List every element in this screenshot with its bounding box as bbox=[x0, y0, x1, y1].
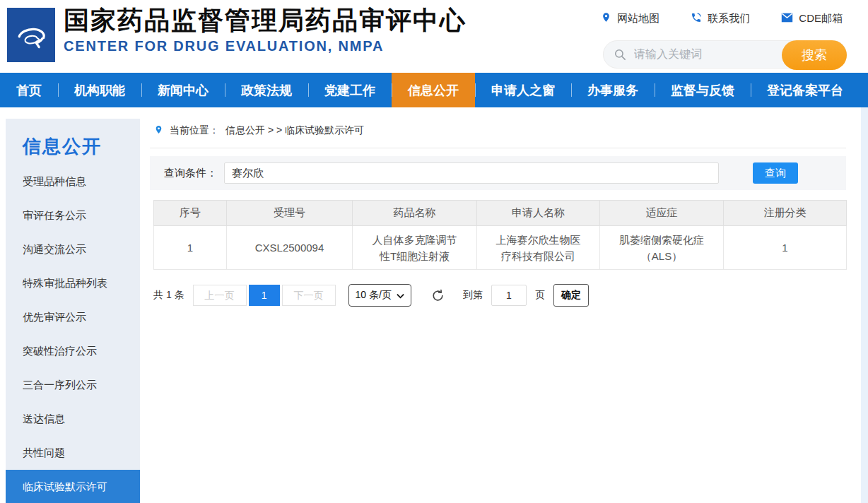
current-page-button[interactable]: 1 bbox=[249, 285, 280, 306]
page-size-label: 10 条/页 bbox=[356, 289, 392, 302]
confirm-button[interactable]: 确定 bbox=[553, 284, 589, 307]
sidebar-item-communication[interactable]: 沟通交流公示 bbox=[6, 232, 140, 266]
cell-indication: 肌萎缩侧索硬化症（ALS） bbox=[600, 226, 724, 270]
sitemap-link-label: 网站地图 bbox=[617, 12, 659, 25]
results-table: 序号 受理号 药品名称 申请人名称 适应症 注册分类 1 CXSL2500094… bbox=[153, 200, 847, 270]
sidebar-item-review-tasks[interactable]: 审评任务公示 bbox=[6, 199, 140, 232]
col-header-acceptance-no: 受理号 bbox=[227, 201, 353, 226]
results-header-row: 序号 受理号 药品名称 申请人名称 适应症 注册分类 bbox=[154, 201, 847, 226]
main-nav: 首页 机构职能 新闻中心 政策法规 党建工作 信息公开 申请人之窗 办事服务 监… bbox=[0, 73, 868, 107]
sidebar-item-clinical-trial-implied-license[interactable]: 临床试验默示许可 bbox=[6, 470, 140, 503]
breadcrumb-trail: 信息公开 > > 临床试验默示许可 bbox=[225, 124, 364, 137]
main-content: 当前位置： 信息公开 > > 临床试验默示许可 查询条件： 查询 序号 受理号 … bbox=[150, 119, 846, 307]
search-icon bbox=[614, 48, 627, 61]
nav-item-news[interactable]: 新闻中心 bbox=[141, 73, 225, 107]
pagination: 共 1 条 上一页 1 下一页 10 条/页 到第 页 确定 bbox=[153, 284, 846, 307]
location-pin-icon bbox=[154, 124, 163, 138]
sidebar-item-accepted-varieties[interactable]: 受理品种信息 bbox=[6, 165, 140, 199]
header-search: 搜索 bbox=[603, 40, 847, 69]
goto-page-input[interactable] bbox=[491, 285, 527, 306]
sitemap-link[interactable]: 网站地图 bbox=[601, 11, 659, 25]
sidebar-item-priority-review[interactable]: 优先审评公示 bbox=[6, 300, 140, 334]
refresh-icon[interactable] bbox=[431, 289, 445, 302]
cell-acceptance-no: CXSL2500094 bbox=[227, 226, 353, 270]
prev-page-button[interactable]: 上一页 bbox=[193, 285, 247, 306]
site-titles: 国家药品监督管理局药品审评中心 CENTER FOR DRUG EVALUATI… bbox=[64, 4, 467, 54]
header-quick-links: 网站地图 联系我们 CDE邮箱 bbox=[601, 11, 843, 25]
next-page-button[interactable]: 下一页 bbox=[282, 285, 336, 306]
nav-item-applicant-window[interactable]: 申请人之窗 bbox=[475, 73, 571, 107]
cell-index: 1 bbox=[154, 226, 227, 270]
page-size-select[interactable]: 10 条/页 bbox=[348, 284, 411, 307]
header-search-button[interactable]: 搜索 bbox=[782, 40, 847, 70]
site-title: 国家药品监督管理局药品审评中心 bbox=[64, 4, 467, 37]
cde-mail-link[interactable]: CDE邮箱 bbox=[781, 12, 843, 25]
table-row: 1 CXSL2500094 人自体多克隆调节性T细胞注射液 上海赛尔欣生物医疗科… bbox=[154, 226, 847, 270]
sidebar-item-breakthrough-therapy[interactable]: 突破性治疗公示 bbox=[6, 334, 140, 368]
col-header-registration-category: 注册分类 bbox=[724, 201, 847, 226]
nav-item-functions[interactable]: 机构职能 bbox=[58, 73, 141, 107]
chevron-down-icon bbox=[397, 290, 404, 301]
cde-logo-swirl-icon bbox=[11, 14, 51, 57]
cde-logo bbox=[7, 8, 55, 62]
sidebar-item-special-approval[interactable]: 特殊审批品种列表 bbox=[6, 266, 140, 300]
cell-drug-name: 人自体多克隆调节性T细胞注射液 bbox=[353, 226, 477, 270]
nav-item-home[interactable]: 首页 bbox=[0, 73, 58, 107]
col-header-drug-name: 药品名称 bbox=[353, 201, 477, 226]
mail-icon bbox=[781, 13, 793, 25]
query-input[interactable] bbox=[224, 162, 719, 184]
site-subtitle: CENTER FOR DRUG EVALUATION, NMPA bbox=[64, 38, 467, 54]
breadcrumb: 当前位置： 信息公开 > > 临床试验默示许可 bbox=[150, 119, 846, 148]
col-header-index: 序号 bbox=[154, 201, 227, 226]
sidebar-item-three-in-one[interactable]: 三合一序列公示 bbox=[6, 368, 140, 402]
col-header-applicant: 申请人名称 bbox=[477, 201, 600, 226]
cell-applicant: 上海赛尔欣生物医疗科技有限公司 bbox=[477, 226, 600, 270]
goto-page-suffix: 页 bbox=[535, 289, 545, 302]
pagination-total: 共 1 条 bbox=[153, 289, 184, 302]
query-bar: 查询条件： 查询 bbox=[150, 156, 846, 190]
nav-item-registration-platform[interactable]: 登记备案平台 bbox=[751, 73, 860, 107]
contact-link[interactable]: 联系我们 bbox=[691, 12, 750, 25]
sidebar-title: 信息公开 bbox=[6, 119, 140, 165]
query-label: 查询条件： bbox=[164, 167, 217, 180]
page-scroll-track[interactable] bbox=[861, 107, 868, 503]
nav-item-info-disclosure[interactable]: 信息公开 bbox=[392, 73, 475, 107]
phone-icon bbox=[691, 12, 702, 25]
query-button[interactable]: 查询 bbox=[753, 162, 798, 184]
goto-page-label: 到第 bbox=[463, 289, 483, 302]
cde-mail-link-label: CDE邮箱 bbox=[799, 12, 843, 25]
map-pin-icon bbox=[601, 11, 611, 25]
site-header: 国家药品监督管理局药品审评中心 CENTER FOR DRUG EVALUATI… bbox=[0, 0, 868, 73]
contact-link-label: 联系我们 bbox=[708, 12, 750, 25]
sidebar-item-common-issues[interactable]: 共性问题 bbox=[6, 436, 140, 470]
nav-item-policy[interactable]: 政策法规 bbox=[225, 73, 308, 107]
nav-item-supervision[interactable]: 监督与反馈 bbox=[655, 73, 751, 107]
breadcrumb-prefix: 当前位置： bbox=[170, 124, 219, 137]
cell-registration-category: 1 bbox=[724, 226, 847, 270]
sidebar: 信息公开 受理品种信息 审评任务公示 沟通交流公示 特殊审批品种列表 优先审评公… bbox=[6, 119, 140, 503]
nav-item-party[interactable]: 党建工作 bbox=[308, 73, 392, 107]
col-header-indication: 适应症 bbox=[600, 201, 724, 226]
sidebar-item-delivery-info[interactable]: 送达信息 bbox=[6, 402, 140, 436]
nav-item-services[interactable]: 办事服务 bbox=[571, 73, 655, 107]
